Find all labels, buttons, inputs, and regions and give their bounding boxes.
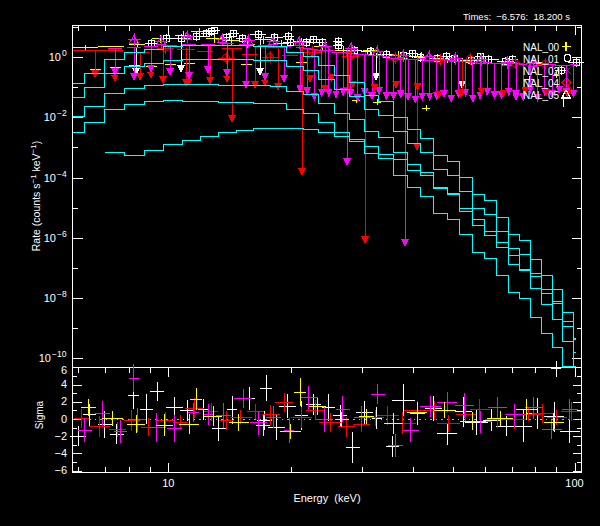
svg-text:10: 10: [44, 292, 56, 304]
svg-text:−2: −2: [54, 430, 67, 442]
svg-text:NAL_05: NAL_05: [523, 90, 560, 101]
svg-text:NAL_00: NAL_00: [523, 42, 560, 53]
svg-text:−10: −10: [52, 349, 67, 359]
svg-text:0: 0: [61, 413, 67, 425]
svg-text:10: 10: [44, 172, 56, 184]
svg-text:10: 10: [162, 477, 174, 489]
svg-text:6: 6: [61, 364, 67, 376]
svg-text:0: 0: [62, 48, 67, 58]
svg-text:−4: −4: [57, 169, 67, 179]
svg-text:NAL_04: NAL_04: [523, 78, 560, 89]
svg-text:Energy (keV): Energy (keV): [293, 492, 360, 504]
svg-text:100: 100: [565, 477, 583, 489]
svg-text:Sigma: Sigma: [34, 400, 45, 429]
svg-text:10: 10: [49, 51, 61, 63]
svg-text:4: 4: [61, 378, 67, 390]
svg-text:10: 10: [44, 232, 56, 244]
svg-text:−2: −2: [57, 108, 67, 118]
svg-text:Rate (counts s−1 keV−1): Rate (counts s−1 keV−1): [29, 141, 42, 251]
svg-text:−6: −6: [54, 464, 67, 476]
svg-text:NAL_02: NAL_02: [523, 66, 560, 77]
svg-text:10: 10: [39, 352, 51, 364]
svg-text:10: 10: [44, 111, 56, 123]
svg-text:−4: −4: [54, 447, 67, 459]
svg-text:Times: −6.576: 18.200 s: Times: −6.576: 18.200 s: [463, 11, 570, 22]
svg-text:2: 2: [61, 395, 67, 407]
svg-text:NAL_01: NAL_01: [523, 54, 560, 65]
svg-text:−6: −6: [57, 229, 67, 239]
svg-text:−8: −8: [57, 289, 67, 299]
